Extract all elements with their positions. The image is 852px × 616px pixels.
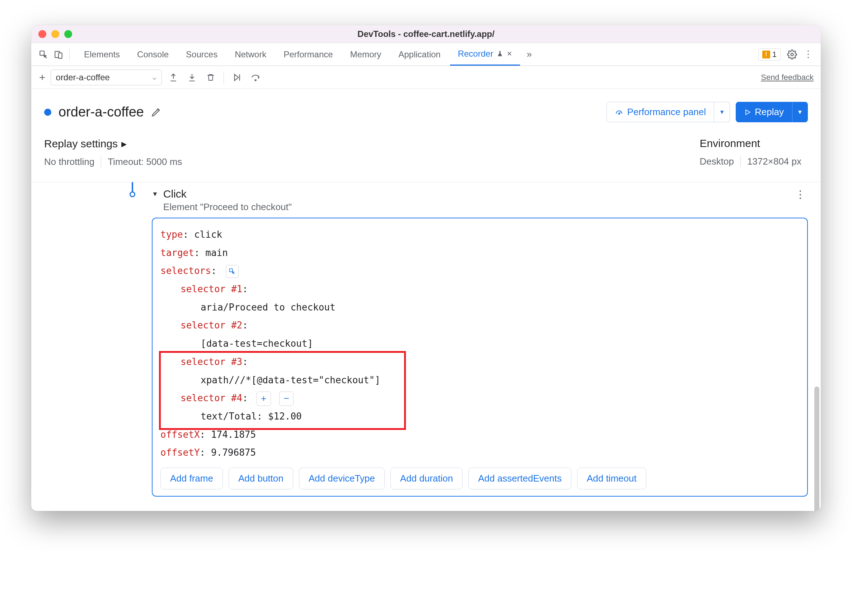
selector-1-label: selector #1: bbox=[160, 280, 799, 298]
export-icon[interactable] bbox=[168, 72, 179, 83]
tab-application[interactable]: Application bbox=[390, 43, 448, 66]
add-frame-button[interactable]: Add frame bbox=[160, 468, 223, 489]
step-header[interactable]: ▼ Click Element "Proceed to checkout" ⋮ bbox=[152, 186, 808, 218]
selector-4-value[interactable]: text/Total: $12.00 bbox=[160, 407, 799, 426]
svg-point-5 bbox=[619, 113, 620, 114]
recorder-toolbar: + order-a-coffee ⌵ Send feedback bbox=[31, 66, 821, 89]
titlebar: DevTools - coffee-cart.netlify.app/ bbox=[31, 25, 821, 43]
tab-network[interactable]: Network bbox=[227, 43, 274, 66]
add-duration-button[interactable]: Add duration bbox=[390, 468, 462, 489]
import-icon[interactable] bbox=[186, 72, 198, 83]
prop-offsety: offsetY: 9.796875 bbox=[160, 444, 799, 462]
selector-4-label: selector #4: + − bbox=[160, 389, 799, 407]
prop-target: target: main bbox=[160, 244, 799, 262]
chevron-right-icon: ▸ bbox=[121, 137, 127, 150]
recording-status-dot bbox=[44, 108, 51, 116]
rail-line bbox=[132, 182, 133, 191]
delete-icon[interactable] bbox=[205, 72, 216, 83]
step-details-card: type: click target: main selectors: sele… bbox=[152, 218, 808, 497]
performance-panel-button[interactable]: Performance panel ▼ bbox=[607, 102, 730, 122]
gauge-icon bbox=[615, 108, 623, 116]
selector-2-value[interactable]: [data-test=checkout] bbox=[160, 334, 799, 353]
add-selector-button[interactable]: + bbox=[257, 392, 271, 406]
more-menu-icon[interactable]: ⋮ bbox=[804, 49, 813, 60]
remove-selector-button[interactable]: − bbox=[279, 392, 293, 406]
recording-title: order-a-coffee bbox=[59, 104, 144, 120]
step-menu-icon[interactable]: ⋮ bbox=[795, 188, 808, 200]
device-toggle-icon[interactable] bbox=[53, 49, 64, 60]
replay-dropdown[interactable]: ▼ bbox=[792, 102, 808, 122]
throttling-value: No throttling bbox=[44, 156, 101, 167]
prop-offsetx: offsetX: 174.1875 bbox=[160, 426, 799, 444]
svg-point-3 bbox=[791, 53, 793, 56]
divider bbox=[224, 71, 224, 84]
inspect-tools bbox=[36, 49, 69, 60]
panel-tabs: Elements Console Sources Network Perform… bbox=[31, 43, 821, 66]
scrollbar-thumb[interactable] bbox=[814, 387, 819, 511]
svg-rect-2 bbox=[59, 53, 62, 58]
selector-1-value[interactable]: aria/Proceed to checkout bbox=[160, 298, 799, 316]
devtools-window: DevTools - coffee-cart.netlify.app/ Elem… bbox=[31, 25, 821, 511]
selector-2-label: selector #2: bbox=[160, 316, 799, 334]
experiment-icon bbox=[497, 51, 503, 57]
replay-settings-heading[interactable]: Replay settings ▸ bbox=[44, 137, 189, 150]
rail-dot bbox=[130, 191, 135, 197]
step-title: Click bbox=[163, 188, 292, 200]
add-button-button[interactable]: Add button bbox=[229, 468, 293, 489]
settings-gear-icon[interactable] bbox=[787, 50, 797, 60]
play-icon bbox=[744, 108, 751, 116]
issues-badge[interactable]: ! 1 bbox=[758, 48, 781, 60]
tab-performance[interactable]: Performance bbox=[276, 43, 341, 66]
timeout-value: Timeout: 5000 ms bbox=[101, 156, 189, 167]
toolbar-actions bbox=[168, 71, 261, 84]
inspect-element-icon[interactable] bbox=[38, 49, 49, 60]
dimensions-value: 1372×804 px bbox=[741, 156, 808, 167]
add-property-row: Add frame Add button Add deviceType Add … bbox=[160, 468, 799, 489]
recording-header: order-a-coffee Performance panel ▼ bbox=[31, 89, 821, 133]
step-play-icon[interactable] bbox=[231, 72, 243, 83]
edit-title-icon[interactable] bbox=[151, 107, 161, 117]
prop-selectors: selectors: bbox=[160, 262, 799, 280]
add-devicetype-button[interactable]: Add deviceType bbox=[299, 468, 385, 489]
tab-recorder[interactable]: Recorder ✕ bbox=[450, 43, 520, 66]
close-tab-icon[interactable]: ✕ bbox=[507, 50, 512, 58]
step-subtitle: Element "Proceed to checkout" bbox=[163, 202, 292, 212]
tab-elements[interactable]: Elements bbox=[76, 43, 128, 66]
warning-icon: ! bbox=[762, 51, 770, 59]
add-timeout-button[interactable]: Add timeout bbox=[577, 468, 647, 489]
new-recording-button[interactable]: + bbox=[38, 71, 51, 84]
add-assertedevents-button[interactable]: Add assertedEvents bbox=[468, 468, 571, 489]
tab-sources[interactable]: Sources bbox=[178, 43, 225, 66]
steps-area: ▼ Click Element "Proceed to checkout" ⋮ … bbox=[31, 182, 821, 511]
recording-select[interactable]: order-a-coffee ⌵ bbox=[51, 69, 162, 85]
device-value: Desktop bbox=[700, 156, 741, 167]
tab-memory[interactable]: Memory bbox=[342, 43, 390, 66]
timeline-rail bbox=[44, 182, 152, 497]
prop-type: type: click bbox=[160, 226, 799, 244]
pick-selector-icon[interactable] bbox=[226, 265, 239, 278]
disclosure-triangle-icon[interactable]: ▼ bbox=[152, 190, 158, 198]
window-title: DevTools - coffee-cart.netlify.app/ bbox=[31, 29, 821, 39]
step-over-icon[interactable] bbox=[250, 72, 261, 83]
chevron-down-icon: ⌵ bbox=[153, 74, 157, 81]
selector-3-value[interactable]: xpath///*[@data-test="checkout"] bbox=[160, 371, 799, 389]
svg-point-4 bbox=[255, 79, 256, 80]
more-tabs-button[interactable]: » bbox=[521, 49, 536, 60]
settings-row: Replay settings ▸ No throttling Timeout:… bbox=[31, 133, 821, 182]
environment-heading: Environment bbox=[700, 137, 808, 149]
send-feedback-link[interactable]: Send feedback bbox=[761, 73, 814, 82]
tab-console[interactable]: Console bbox=[129, 43, 177, 66]
performance-dropdown[interactable]: ▼ bbox=[714, 102, 730, 122]
replay-button[interactable]: Replay ▼ bbox=[736, 102, 808, 122]
selector-3-label: selector #3: bbox=[160, 353, 799, 371]
